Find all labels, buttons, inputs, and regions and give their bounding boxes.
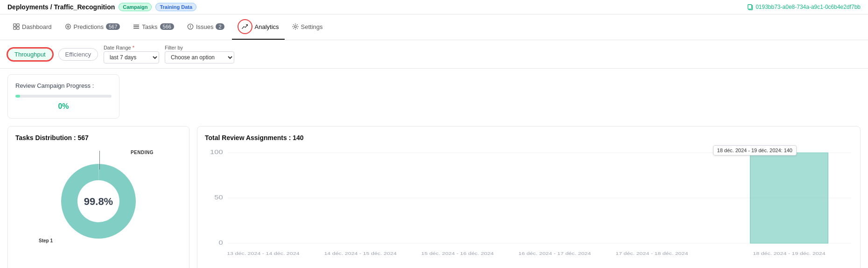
copy-id-text: 0193bb73-a0e8-734a-a9c1-0c6b4e2df7bb [756, 4, 861, 10]
svg-point-7 [67, 26, 69, 28]
throughput-tab[interactable]: Throughput [7, 48, 53, 61]
svg-text:50: 50 [214, 194, 223, 201]
svg-text:0: 0 [219, 240, 223, 246]
svg-rect-2 [14, 24, 16, 26]
tasks-chart-title: Tasks Distribution : 567 [15, 134, 182, 141]
topbar: Deployments / Traffic_Recognition Campai… [0, 0, 868, 14]
nav-item-issues[interactable]: Issues 2 [182, 19, 230, 36]
svg-text:14 déc. 2024 - 15 déc. 2024: 14 déc. 2024 - 15 déc. 2024 [324, 251, 396, 255]
svg-rect-1 [748, 5, 752, 9]
svg-text:16 déc. 2024 - 17 déc. 2024: 16 déc. 2024 - 17 déc. 2024 [518, 251, 591, 255]
donut-chart-svg: 99.8% [52, 155, 145, 248]
svg-rect-8 [133, 25, 139, 26]
breadcrumb: Deployments / Traffic_Recognition [7, 3, 115, 11]
svg-rect-4 [14, 27, 16, 29]
svg-point-6 [65, 24, 70, 29]
svg-text:15 déc. 2024 - 16 déc. 2024: 15 déc. 2024 - 16 déc. 2024 [421, 251, 494, 255]
analytics-circle-highlight [238, 19, 252, 34]
predictions-icon [65, 23, 71, 30]
filter-by-group: Filter by Choose an option Step 1 Step 2 [165, 45, 234, 63]
issues-badge: 2 [216, 23, 224, 30]
badge-campaign: Campaign [119, 3, 152, 11]
filter-by-select[interactable]: Choose an option Step 1 Step 2 [165, 51, 234, 63]
nav-item-settings[interactable]: Settings [287, 19, 329, 36]
nav-dashboard-label: Dashboard [22, 23, 52, 30]
svg-point-14 [294, 26, 296, 28]
bar-chart-svg: 100 50 0 13 déc. 2024 - [205, 145, 853, 268]
progress-title: Review Campaign Progress : [15, 82, 112, 89]
bar-chart-tooltip: 18 déc. 2024 - 19 déc. 2024: 140 [713, 145, 797, 155]
filter-by-label: Filter by [165, 45, 234, 50]
nav-issues-label: Issues [196, 23, 214, 30]
analytics-icon [242, 23, 248, 30]
nav-bar: Dashboard Predictions 567 Tasks 566 Issu… [0, 14, 868, 40]
required-star: * [133, 45, 134, 50]
svg-text:13 déc. 2024 - 14 déc. 2024: 13 déc. 2024 - 14 déc. 2024 [227, 251, 299, 255]
copy-icon [747, 4, 754, 10]
svg-rect-3 [17, 24, 19, 26]
svg-text:18 déc. 2024 - 19 déc. 2024: 18 déc. 2024 - 19 déc. 2024 [753, 251, 825, 255]
donut-container: PENDING 99.8% Step 1 [15, 145, 182, 257]
svg-rect-24 [750, 153, 828, 243]
nav-settings-label: Settings [301, 23, 323, 30]
predictions-badge: 567 [106, 23, 120, 30]
svg-text:99.8%: 99.8% [84, 196, 113, 207]
date-range-group: Date Range * last 7 days last 14 days la… [104, 45, 159, 63]
donut-line [99, 151, 100, 169]
tasks-badge: 566 [160, 23, 174, 30]
nav-tasks-label: Tasks [142, 23, 157, 30]
svg-rect-9 [133, 26, 139, 27]
bar-chart-area: 18 déc. 2024 - 19 déc. 2024: 140 100 50 … [205, 145, 853, 268]
tasks-icon [133, 23, 140, 30]
progress-percent: 0% [15, 102, 112, 111]
nav-item-predictions[interactable]: Predictions 567 [59, 19, 126, 36]
nav-analytics-label: Analytics [255, 23, 279, 30]
progress-bar-fill [15, 95, 20, 98]
nav-item-tasks[interactable]: Tasks 566 [127, 19, 180, 36]
review-assignments-card: Total Review Assignments : 140 18 déc. 2… [197, 126, 861, 268]
tasks-distribution-card: Tasks Distribution : 567 PENDING 99.8% S… [7, 126, 189, 268]
svg-rect-10 [133, 28, 139, 29]
donut-step1-label: Step 1 [39, 238, 53, 243]
donut-pending-label: PENDING [131, 150, 154, 155]
svg-text:17 déc. 2024 - 18 déc. 2024: 17 déc. 2024 - 18 déc. 2024 [616, 251, 688, 255]
main-content: Review Campaign Progress : 0% Tasks Dist… [0, 69, 868, 268]
issues-icon [187, 23, 194, 30]
charts-row: Tasks Distribution : 567 PENDING 99.8% S… [7, 126, 861, 268]
efficiency-tab[interactable]: Efficiency [58, 48, 98, 61]
date-range-select[interactable]: last 7 days last 14 days last 30 days [104, 51, 159, 63]
review-chart-title: Total Review Assignments : 140 [205, 134, 853, 141]
date-range-label: Date Range * [104, 45, 159, 50]
progress-bar-background [15, 95, 112, 98]
dashboard-icon [13, 23, 20, 30]
filter-bar: Throughput Efficiency Date Range * last … [0, 40, 868, 69]
copy-id-container[interactable]: 0193bb73-a0e8-734a-a9c1-0c6b4e2df7bb [747, 4, 861, 10]
svg-text:100: 100 [210, 149, 223, 155]
svg-rect-5 [17, 27, 19, 29]
nav-item-analytics[interactable]: Analytics [232, 14, 285, 40]
nav-predictions-label: Predictions [74, 23, 104, 30]
badge-training: Training Data [155, 3, 196, 11]
svg-point-13 [190, 28, 190, 28]
progress-card: Review Campaign Progress : 0% [7, 74, 119, 119]
nav-item-dashboard[interactable]: Dashboard [7, 19, 57, 36]
settings-icon [292, 23, 299, 30]
topbar-left: Deployments / Traffic_Recognition Campai… [7, 3, 196, 11]
